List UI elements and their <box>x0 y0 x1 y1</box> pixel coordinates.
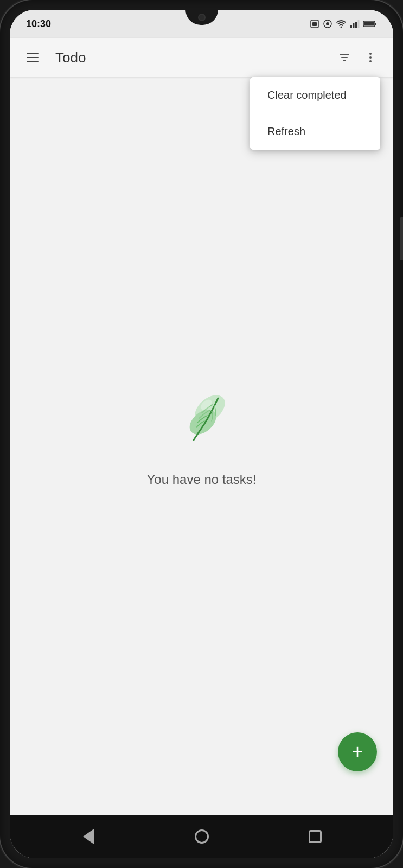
more-icon <box>369 53 372 62</box>
nav-home-button[interactable] <box>190 825 214 848</box>
svg-rect-5 <box>350 25 352 28</box>
status-icons <box>310 19 377 29</box>
svg-rect-8 <box>358 20 360 28</box>
notch <box>185 10 218 25</box>
signal-icon <box>350 20 360 28</box>
clear-completed-item[interactable]: Clear completed <box>250 77 380 113</box>
empty-message: You have no tasks! <box>147 472 257 487</box>
status-time: 10:30 <box>26 18 51 30</box>
main-content: You have no tasks! + <box>10 77 393 815</box>
dropdown-menu: Clear completed Refresh <box>250 77 380 150</box>
add-icon: + <box>351 742 363 762</box>
feather-icon <box>164 383 240 459</box>
back-icon <box>83 829 94 844</box>
toolbar-actions <box>332 46 382 69</box>
camera <box>198 14 206 21</box>
volume-button <box>400 217 403 260</box>
add-task-button[interactable]: + <box>338 732 377 771</box>
home-icon <box>195 829 209 844</box>
svg-point-4 <box>341 27 342 28</box>
app-bar: Todo <box>10 38 393 77</box>
svg-point-3 <box>326 22 329 25</box>
app-title: Todo <box>55 49 332 66</box>
svg-rect-10 <box>364 22 374 26</box>
svg-rect-7 <box>355 22 357 28</box>
wifi-icon <box>336 20 347 28</box>
battery-icon <box>363 20 377 28</box>
menu-button[interactable] <box>21 46 44 69</box>
nav-recents-button[interactable] <box>303 825 327 848</box>
nav-back-button[interactable] <box>76 825 100 848</box>
status-bar: 10:30 <box>10 10 393 38</box>
phone-frame: 10:30 <box>0 0 403 868</box>
sim-icon <box>310 19 319 29</box>
more-options-button[interactable] <box>359 46 382 69</box>
recents-icon <box>309 830 322 843</box>
filter-icon <box>340 54 349 61</box>
svg-rect-1 <box>312 22 317 26</box>
refresh-item[interactable]: Refresh <box>250 113 380 150</box>
filter-button[interactable] <box>332 46 356 69</box>
svg-rect-6 <box>353 23 355 28</box>
empty-state: You have no tasks! <box>147 383 257 487</box>
notification-icon <box>323 19 332 29</box>
phone-screen: 10:30 <box>10 10 393 858</box>
nav-bar <box>10 815 393 858</box>
